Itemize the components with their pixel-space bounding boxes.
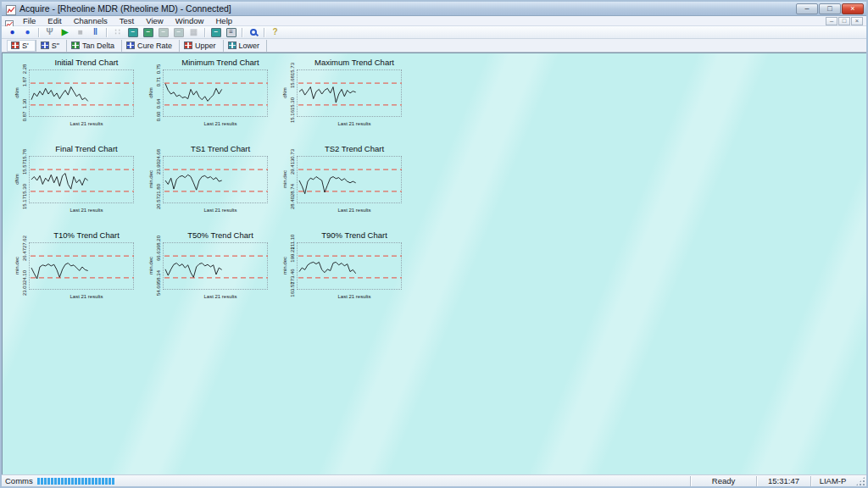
chart-title: TS2 Trend Chart (296, 144, 413, 154)
plot-area (297, 69, 402, 117)
mdi-close-button[interactable]: × (851, 17, 863, 25)
toolbar-separator (264, 28, 264, 37)
x-axis-label: Last 21 results (162, 294, 279, 299)
y-axis-label: min.dec (147, 156, 155, 203)
menu-edit[interactable]: Edit (42, 16, 67, 26)
progress-segment (95, 478, 97, 485)
progress-segment (92, 478, 94, 485)
chart-s-prime-icon[interactable]: ~ (125, 27, 140, 38)
mdi-restore-button[interactable]: □ (838, 17, 850, 25)
tab-label: Tan Delta (82, 42, 114, 50)
toolbar: ●●Ψ▶■‖∷~~~~▦~≡? (2, 26, 866, 39)
tab-label: Upper (195, 42, 216, 50)
y-tick-label: 24.68 (156, 139, 162, 173)
y-axis-label: min.dec (281, 156, 289, 203)
info-icon[interactable]: ● (20, 27, 35, 38)
progress-segment (37, 478, 40, 485)
y-axis-ticks: 54.6958.3466.6368.20 (155, 242, 163, 290)
menu-file[interactable]: File (17, 16, 42, 26)
plot-area (29, 242, 134, 290)
progress-segment (71, 478, 74, 485)
document-icon (5, 17, 14, 25)
trend-chart: T50% Trend Chartmin.dec54.6958.3466.6368… (145, 230, 279, 317)
tab-upper[interactable]: Upper (180, 40, 224, 52)
trend-chart: Maximum Trend ChartdNm15.1615.3015.6815.… (279, 58, 413, 144)
tab-icon (41, 42, 49, 49)
progress-segment (85, 478, 87, 485)
progress-segment (88, 478, 91, 485)
trend-chart: Initial Trend ChartdNm0.871.301.872.28La… (11, 58, 145, 144)
results-icon: ∷ (110, 27, 125, 38)
tab-label: Lower (239, 42, 260, 50)
toolbar-separator (204, 28, 205, 37)
progress-segment (81, 478, 84, 485)
y-axis-label: min.dec (281, 242, 289, 290)
tab-icon (228, 42, 236, 49)
tab-cure-rate[interactable]: Cure Rate (122, 40, 180, 52)
tab-s-[interactable]: S" (36, 40, 67, 52)
data-table-icon: ▦ (186, 27, 201, 38)
menu-channels[interactable]: Channels (68, 16, 114, 26)
tab-s-[interactable]: S' (7, 40, 36, 52)
progress-segment (54, 478, 57, 485)
trend-chart: TS1 Trend Chartmin.dec20.5721.8023.9024.… (145, 144, 279, 230)
y-tick-label: 68.20 (156, 225, 162, 259)
close-button[interactable]: × (842, 3, 864, 14)
status-host: LIAM-P (810, 476, 854, 486)
tab-icon (71, 42, 80, 49)
client-area: Initial Trend ChartdNm0.871.301.872.28La… (2, 53, 866, 474)
print-icon[interactable]: ≡ (224, 27, 238, 38)
pause-test-icon[interactable]: ‖ (88, 27, 103, 38)
progress-segment (68, 478, 70, 485)
y-axis-ticks: 0.600.640.710.75 (155, 69, 163, 117)
monitor-icon[interactable]: ● (5, 27, 19, 38)
window-title: Acquire - [Rheoline MDR (Rheoline MD) - … (19, 3, 796, 14)
plot-area (163, 69, 268, 117)
y-axis-label: dNm (14, 156, 21, 203)
progress-segment (41, 478, 43, 485)
plot-area (29, 69, 134, 117)
status-ready: Ready (690, 476, 756, 486)
y-axis-ticks: 163.57173.46199.21211.10 (289, 242, 297, 290)
menu-items: FileEditChannelsTestViewWindowHelp (17, 16, 826, 26)
plot-area (29, 156, 134, 203)
help-icon[interactable]: ? (268, 27, 282, 38)
plot-area (297, 242, 402, 290)
y-tick-label: 30.73 (290, 139, 296, 173)
menu-window[interactable]: Window (170, 16, 210, 26)
plot-area (297, 156, 402, 203)
menu-view[interactable]: View (140, 16, 169, 26)
chart-title: T10% Trend Chart (28, 230, 145, 241)
chart-s-double-prime-icon[interactable]: ~ (141, 27, 155, 38)
toolbar-separator (38, 28, 39, 37)
y-tick-label: 15.73 (290, 53, 296, 86)
y-tick-label: 15.78 (22, 139, 28, 173)
comms-antenna-icon[interactable]: Ψ (42, 27, 57, 38)
resize-grip[interactable] (855, 476, 865, 486)
trend-chart: T90% Trend Chartmin.dec163.57173.46199.2… (279, 230, 413, 317)
x-axis-label: Last 21 results (296, 121, 413, 126)
progress-segment (78, 478, 81, 485)
minimize-button[interactable]: – (796, 3, 818, 14)
mdi-minimize-button[interactable]: – (826, 17, 837, 25)
zoom-icon[interactable] (246, 27, 260, 38)
restore-button[interactable]: □ (819, 3, 841, 14)
tab-lower[interactable]: Lower (224, 40, 268, 52)
comms-progress-bar (37, 478, 114, 485)
trend-chart: Final Trend ChartdNm15.1715.3015.5715.78… (11, 144, 145, 230)
chart-tan-delta-icon: ~ (156, 27, 170, 38)
progress-segment (58, 478, 60, 485)
run-test-icon[interactable]: ▶ (58, 27, 72, 38)
trend-charts-icon[interactable]: ~ (209, 27, 223, 38)
y-axis-ticks: 23.0324.1026.4727.62 (21, 242, 29, 290)
progress-segment (108, 478, 111, 485)
app-icon (6, 3, 16, 14)
menubar: FileEditChannelsTestViewWindowHelp – □ × (2, 16, 866, 26)
menu-test[interactable]: Test (114, 16, 140, 26)
y-tick-label: 0.75 (156, 53, 162, 86)
y-tick-label: 2.28 (22, 53, 28, 86)
tab-tan-delta[interactable]: Tan Delta (67, 40, 122, 52)
chart-title: Final Trend Chart (28, 144, 145, 154)
tab-icon (126, 42, 135, 49)
menu-help[interactable]: Help (209, 16, 238, 26)
